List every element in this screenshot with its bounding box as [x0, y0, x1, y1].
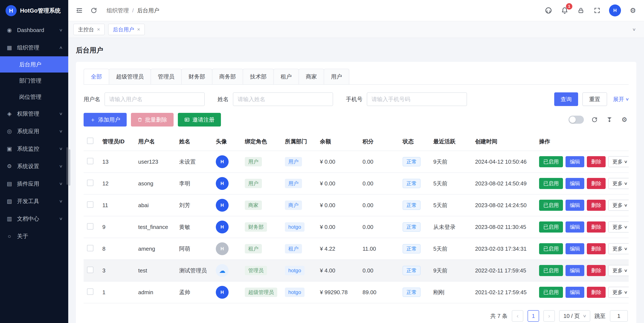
lock-icon[interactable]: [576, 6, 585, 15]
page-scrollbar[interactable]: [69, 149, 70, 186]
more-button[interactable]: 更多∨: [608, 243, 629, 254]
open-tab[interactable]: 主控台×: [73, 24, 105, 35]
row-checkbox[interactable]: [87, 245, 94, 251]
filter-tab[interactable]: 商家: [298, 69, 324, 84]
filter-tab[interactable]: 租户: [274, 69, 299, 84]
sidebar-scrollbar[interactable]: [66, 147, 68, 185]
row-checkbox[interactable]: [87, 201, 94, 208]
more-button[interactable]: 更多∨: [608, 200, 629, 211]
filter-tab[interactable]: 商务部: [212, 69, 243, 84]
row-checkbox[interactable]: [87, 158, 94, 164]
edit-button[interactable]: 编辑: [566, 200, 584, 211]
enabled-button[interactable]: 已启用: [539, 178, 563, 189]
enabled-button[interactable]: 已启用: [539, 265, 563, 276]
filter-tab[interactable]: 超级管理员: [109, 69, 151, 84]
row-checkbox[interactable]: [87, 267, 94, 273]
page-number-button[interactable]: 1: [528, 310, 539, 322]
org-grid-icon: ▦: [6, 44, 13, 51]
close-tab-icon[interactable]: ×: [97, 27, 100, 33]
more-button[interactable]: 更多∨: [608, 156, 629, 167]
select-all-checkbox[interactable]: [87, 138, 94, 144]
row-checkbox[interactable]: [87, 288, 94, 295]
column-settings-gear-icon[interactable]: ⚙: [620, 115, 629, 124]
open-tab[interactable]: 后台用户×: [108, 24, 145, 35]
jump-input[interactable]: [610, 310, 628, 322]
edit-button[interactable]: 编辑: [566, 156, 584, 167]
avatar[interactable]: H: [216, 221, 228, 233]
edit-button[interactable]: 编辑: [566, 287, 584, 298]
sidebar-item-system-app[interactable]: ◎系统应用∨: [0, 122, 68, 140]
prev-page-button[interactable]: ‹: [512, 310, 523, 322]
delete-button[interactable]: 删除: [587, 178, 606, 189]
sidebar-item-system-settings[interactable]: ⚙系统设置∨: [0, 157, 68, 175]
name-input[interactable]: [233, 92, 333, 106]
more-button[interactable]: 更多∨: [608, 221, 629, 232]
enabled-button[interactable]: 已启用: [539, 200, 563, 211]
avatar[interactable]: ☁: [216, 264, 228, 277]
avatar[interactable]: H: [216, 155, 228, 168]
avatar[interactable]: H: [216, 177, 228, 190]
more-button[interactable]: 更多∨: [608, 178, 629, 189]
enabled-button[interactable]: 已启用: [539, 221, 563, 232]
sidebar-item-permission[interactable]: ◈权限管理∨: [0, 105, 68, 122]
delete-button[interactable]: 删除: [587, 265, 606, 276]
github-icon[interactable]: [544, 6, 553, 15]
sidebar-item-plugin-app[interactable]: ▤插件应用∨: [0, 175, 68, 192]
add-user-button[interactable]: ＋ 添加用户: [84, 113, 127, 127]
edit-button[interactable]: 编辑: [566, 178, 584, 189]
breadcrumb-item[interactable]: 组织管理: [106, 7, 129, 14]
batch-delete-button[interactable]: 批量删除: [131, 113, 174, 127]
striped-toggle[interactable]: [568, 116, 584, 124]
edit-button[interactable]: 编辑: [566, 265, 584, 276]
expand-toggle[interactable]: 展开 ∨: [613, 96, 629, 103]
row-checkbox[interactable]: [87, 180, 94, 186]
filter-tab[interactable]: 管理员: [150, 69, 182, 84]
next-page-button[interactable]: ›: [543, 310, 555, 322]
table-refresh-icon[interactable]: [590, 115, 599, 124]
filter-tab[interactable]: 技术部: [243, 69, 274, 84]
sidebar-item-dev-tools[interactable]: ▧开发工具∨: [0, 192, 68, 210]
edit-button[interactable]: 编辑: [566, 243, 584, 254]
sidebar-item-about[interactable]: ○关于: [0, 227, 68, 245]
filter-tab[interactable]: 用户: [324, 69, 349, 84]
enabled-button[interactable]: 已启用: [539, 156, 563, 167]
more-button[interactable]: 更多∨: [608, 265, 629, 276]
edit-button[interactable]: 编辑: [566, 221, 584, 232]
row-checkbox[interactable]: [87, 223, 94, 230]
sidebar-subitem-backend-users[interactable]: 后台用户: [0, 56, 68, 73]
sidebar-subitem-post-manage[interactable]: 岗位管理: [0, 89, 68, 105]
settings-gear-icon[interactable]: ⚙: [629, 6, 637, 15]
phone-input[interactable]: [367, 92, 467, 106]
close-tab-icon[interactable]: ×: [137, 27, 140, 33]
invite-register-button[interactable]: 邀请注册: [178, 113, 221, 127]
avatar[interactable]: H: [216, 286, 228, 299]
more-button[interactable]: 更多∨: [608, 287, 629, 298]
reset-button[interactable]: 重置: [582, 92, 607, 106]
delete-button[interactable]: 删除: [587, 287, 606, 298]
row-height-icon[interactable]: [605, 115, 614, 124]
username-input[interactable]: [104, 92, 205, 106]
fullscreen-icon[interactable]: [593, 6, 601, 15]
menu-fold-icon[interactable]: [75, 6, 84, 15]
refresh-icon[interactable]: [90, 6, 98, 15]
delete-button[interactable]: 删除: [587, 156, 606, 167]
sidebar-item-dashboard[interactable]: ◉Dashboard∨: [0, 21, 68, 39]
query-button[interactable]: 查询: [554, 92, 578, 106]
enabled-button[interactable]: 已启用: [539, 243, 563, 254]
sidebar-item-org[interactable]: ▦组织管理∧: [0, 39, 68, 56]
page-size-select[interactable]: 10 / 页 ∨: [559, 310, 590, 322]
avatar[interactable]: H: [216, 242, 228, 255]
delete-button[interactable]: 删除: [587, 200, 606, 211]
filter-tab[interactable]: 全部: [84, 69, 109, 84]
avatar[interactable]: H: [216, 199, 228, 212]
sidebar-item-system-monitor[interactable]: ▣系统监控∨: [0, 140, 68, 157]
tabs-chevron-down-icon[interactable]: ∨: [627, 27, 641, 32]
enabled-button[interactable]: 已启用: [539, 287, 563, 298]
notification-bell-icon[interactable]: 1: [560, 6, 569, 15]
user-avatar[interactable]: H: [609, 5, 621, 17]
sidebar-item-doc-center[interactable]: ▥文档中心∨: [0, 210, 68, 227]
delete-button[interactable]: 删除: [587, 221, 606, 232]
filter-tab[interactable]: 财务部: [181, 69, 212, 84]
delete-button[interactable]: 删除: [587, 243, 606, 254]
sidebar-subitem-dept-manage[interactable]: 部门管理: [0, 73, 68, 89]
